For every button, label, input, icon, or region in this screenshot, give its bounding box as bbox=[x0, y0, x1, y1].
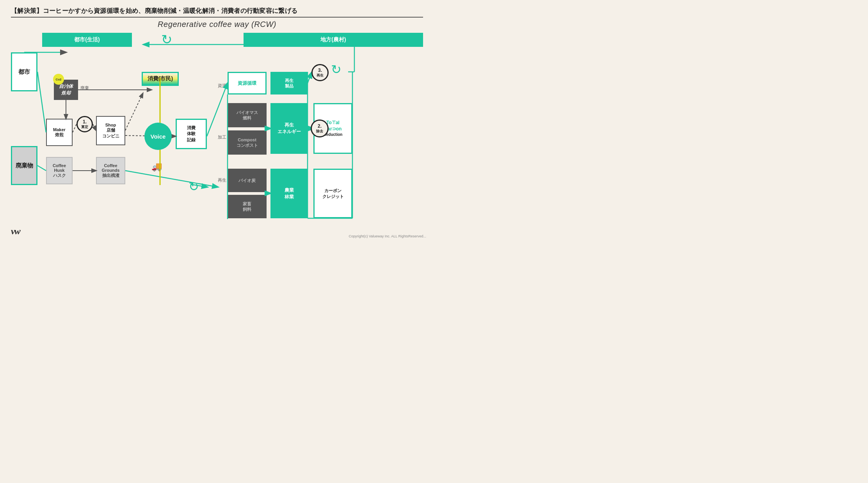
chihou-section-label: 地方(農村) bbox=[244, 33, 423, 47]
cycle-arrow-bottom-icon: ↻ bbox=[189, 179, 199, 194]
maker-box: Maker 焙煎 bbox=[46, 119, 73, 146]
header-divider bbox=[11, 17, 423, 18]
kako-label: 加工 bbox=[218, 134, 226, 140]
svg-line-4 bbox=[93, 124, 96, 130]
svg-line-14 bbox=[308, 73, 311, 83]
cycle-arrow-top-icon: ↻ bbox=[161, 33, 172, 46]
arrows-overlay bbox=[11, 33, 423, 224]
copyright: Copyright(c) Valueway Inc. ALL RightsRes… bbox=[349, 234, 426, 238]
truck-icon: 🚚 bbox=[151, 162, 162, 172]
saisei-energy-box: 再生 エネルギー bbox=[270, 103, 308, 154]
waste-box: 廃棄物 bbox=[11, 146, 37, 185]
toshi-section-label: 都市(生活) bbox=[42, 33, 132, 47]
haiki-label: 廃棄 bbox=[80, 85, 89, 91]
coffee-grounds-box: Coffee Grounds 抽出残渣 bbox=[96, 157, 125, 184]
logo: vw bbox=[11, 226, 20, 237]
biomass-box: バイオマス 燃料 bbox=[228, 103, 267, 127]
svg-line-3 bbox=[73, 124, 76, 132]
saisei-label: 再生 bbox=[218, 177, 226, 183]
subtitle: Regenerative coffee way (RCW) bbox=[11, 20, 423, 29]
shop-box: Shop 店舗 コンビニ bbox=[96, 116, 125, 145]
biotan-box: バイオ炭 bbox=[228, 169, 267, 192]
page: 【解決策】コーヒーかすから資源循環を始め、廃棄物削減・温暖化解消・消費者の行動変… bbox=[0, 0, 434, 241]
carbon-credit-box: カーボン クレジット bbox=[313, 169, 352, 218]
svg-line-5 bbox=[125, 93, 143, 130]
shohi-box: 消費(市民) bbox=[142, 72, 179, 86]
header-title: 【解決策】コーヒーかすから資源循環を始め、廃棄物削減・温暖化解消・消費者の行動変… bbox=[11, 7, 423, 15]
cycle-arrow-top-right-icon: ↻ bbox=[331, 62, 342, 77]
circle-3-badge: 3. 再生 bbox=[311, 64, 329, 81]
svg-line-11 bbox=[207, 83, 228, 136]
circle-2-badge: 2. 除去 bbox=[311, 119, 329, 137]
kachiku-box: 家畜 飼料 bbox=[228, 195, 267, 218]
svg-line-10 bbox=[37, 166, 46, 171]
city-box: 都市 bbox=[11, 52, 37, 91]
coffee-husk-box: Coffee Husk ハスク bbox=[46, 157, 73, 184]
shohi-taiken-box: 消費 体験 記録 bbox=[176, 119, 207, 149]
nougyo-box: 農業 林業 bbox=[270, 169, 308, 218]
shigen-label: 資源 bbox=[218, 83, 226, 89]
shigen-junkan-box: 資源循環 bbox=[228, 72, 267, 94]
svg-line-9 bbox=[37, 72, 46, 132]
saisei-product-box: 再生 製品 bbox=[270, 72, 308, 94]
voice-circle: Voice bbox=[144, 123, 172, 150]
circle-1-badge: 1. 算定 bbox=[76, 116, 93, 132]
compost-box: Compost コンポスト bbox=[228, 130, 267, 155]
svg-line-8 bbox=[125, 171, 218, 187]
co2-badge: Co2 bbox=[53, 74, 64, 85]
diagram-area: 都市(生活) 地方(農村) ↻ 都市 廃棄物 Co2 自治体 焼却 廃棄 Mak… bbox=[11, 33, 423, 224]
